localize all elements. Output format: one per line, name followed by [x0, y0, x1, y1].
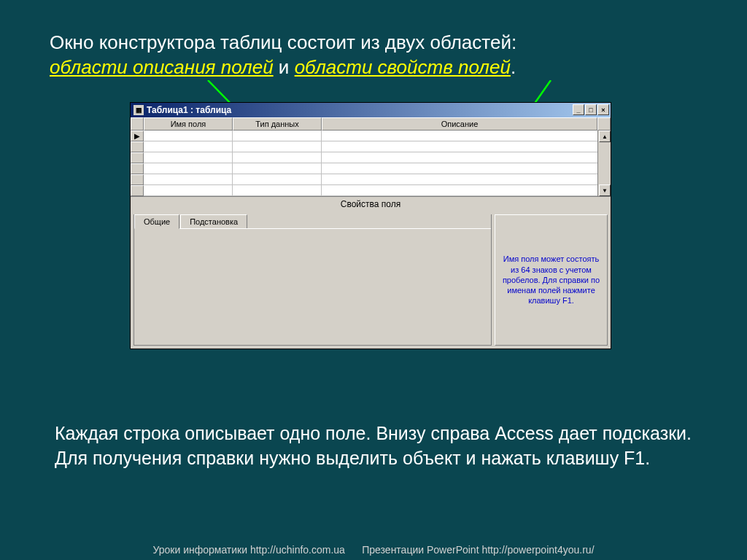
tab-content — [134, 228, 491, 343]
fields-grid: Имя поля Тип данных Описание ▶ — [131, 117, 611, 196]
close-button[interactable]: × — [597, 104, 609, 115]
footer-right: Презентации PowerPoint http://powerpoint… — [362, 544, 594, 556]
table-row[interactable]: ▶ — [131, 131, 597, 141]
tab-lookup[interactable]: Подстановка — [180, 214, 247, 228]
slide-footer: Уроки информатики http://uchinfo.com.ua … — [0, 544, 747, 556]
heading-period: . — [511, 56, 516, 78]
table-icon: ▦ — [133, 105, 144, 115]
slide-body-text: Каждая строка описывает одно поле. Внизу… — [55, 421, 692, 471]
table-row[interactable] — [131, 163, 597, 174]
table-row[interactable] — [131, 141, 597, 152]
region1-label: области описания полей — [50, 56, 274, 78]
col-data-type[interactable]: Тип данных — [233, 117, 322, 131]
help-text: Имя поля может состоять из 64 знаков с у… — [501, 254, 601, 306]
table-row[interactable] — [131, 152, 597, 163]
heading-conj: и — [274, 56, 295, 78]
maximize-button[interactable]: □ — [585, 104, 597, 115]
tab-general[interactable]: Общие — [134, 214, 179, 229]
window-title: Таблица1 : таблица — [147, 105, 231, 115]
scroll-header — [597, 117, 611, 131]
footer-left: Уроки информатики http://uchinfo.com.ua — [152, 544, 344, 556]
table-row[interactable] — [131, 174, 597, 185]
scroll-down-icon[interactable]: ▼ — [599, 184, 611, 196]
row-selector-icon[interactable]: ▶ — [131, 131, 144, 141]
heading-line1: Окно конструктора таблиц состоит из двух… — [50, 31, 516, 53]
access-designer-window: ▦ Таблица1 : таблица _ □ × Имя поля Тип … — [130, 102, 611, 349]
col-field-name[interactable]: Имя поля — [144, 117, 233, 131]
minimize-button[interactable]: _ — [573, 104, 584, 115]
field-properties-title: Свойства поля — [131, 196, 611, 211]
grid-scrollbar[interactable]: ▲ ▼ — [597, 131, 611, 196]
slide-heading: Окно конструктора таблиц состоит из двух… — [50, 31, 697, 80]
properties-tabs-panel: Общие Подстановка — [133, 214, 492, 346]
region2-label: области свойств полей — [295, 56, 511, 78]
window-titlebar[interactable]: ▦ Таблица1 : таблица _ □ × — [131, 103, 611, 117]
table-row[interactable] — [131, 185, 597, 196]
scroll-up-icon[interactable]: ▲ — [599, 131, 611, 142]
field-properties-area: Общие Подстановка Имя поля может состоят… — [131, 211, 611, 349]
col-description[interactable]: Описание — [322, 117, 597, 131]
row-selector-header[interactable] — [131, 117, 144, 131]
help-panel: Имя поля может состоять из 64 знаков с у… — [495, 214, 608, 346]
